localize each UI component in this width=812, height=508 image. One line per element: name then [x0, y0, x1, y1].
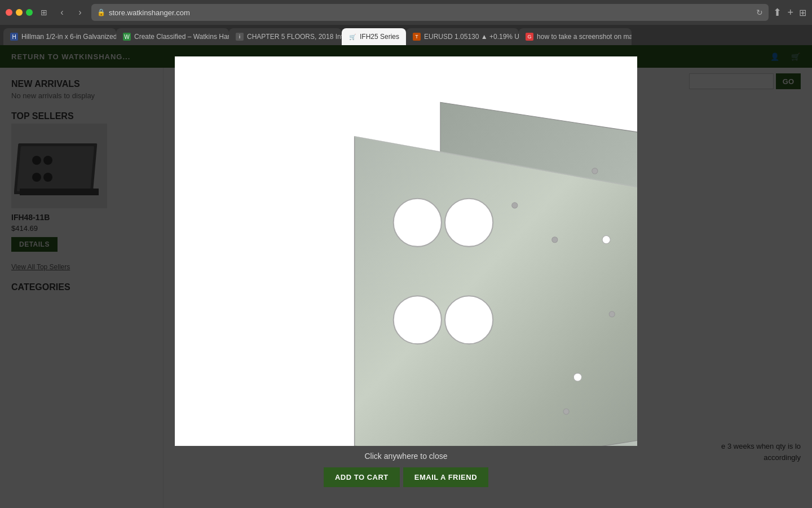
tab-favicon-screenshot: G: [526, 33, 533, 41]
modal-image-box: [175, 56, 637, 446]
email-friend-button[interactable]: EMAIL A FRIEND: [403, 467, 488, 487]
modal-overlay[interactable]: Click anywhere to close ADD TO CART EMAI…: [0, 45, 812, 508]
svg-point-26: [552, 237, 558, 243]
url-text: store.watkinshanger.com: [109, 8, 190, 17]
minimize-window-btn[interactable]: [16, 9, 23, 16]
share-icon[interactable]: ⬆: [773, 6, 782, 19]
tab-classified[interactable]: W Create Classified – Watkins Han...: [116, 28, 229, 45]
tab-favicon-ifh25: 🛒: [348, 33, 356, 41]
tab-label-eurusd: EURUSD 1.05130 ▲ +0.19% Un...: [424, 33, 519, 41]
product-image-large-svg: [175, 56, 637, 446]
forward-btn[interactable]: ›: [73, 6, 87, 19]
tabs-bar: H Hillman 1/2-in x 6-in Galvanized... W …: [0, 25, 812, 45]
add-to-cart-button[interactable]: ADD TO CART: [324, 467, 400, 487]
tab-favicon-hillman: H: [10, 33, 18, 41]
browser-chrome: ⊞ ‹ › 🔒 store.watkinshanger.com ↻ ⬆ + ⊞ …: [0, 0, 812, 45]
tab-favicon-eurusd: T: [413, 33, 421, 41]
reload-btn[interactable]: ↻: [756, 8, 763, 17]
svg-point-11: [445, 199, 493, 247]
browser-actions: ⬆ + ⊞: [773, 6, 806, 19]
back-btn[interactable]: ‹: [55, 6, 69, 19]
svg-marker-8: [355, 137, 637, 446]
svg-point-27: [592, 168, 598, 174]
tab-chapter5[interactable]: i CHAPTER 5 FLOORS, 2018 Inte...: [229, 28, 342, 45]
sidebar-toggle-btn[interactable]: ⊞: [37, 6, 51, 19]
tab-label-hillman: Hillman 1/2-in x 6-in Galvanized...: [21, 33, 116, 41]
svg-point-10: [394, 199, 442, 247]
maximize-window-btn[interactable]: [26, 9, 33, 16]
site-page: RETURN TO WATKINSHANG... 👤 🛒 NEW ARRIVAL…: [0, 45, 812, 508]
tab-label-ifh25: IFH25 Series: [360, 33, 399, 41]
svg-point-12: [394, 296, 442, 344]
browser-toolbar: ⊞ ‹ › 🔒 store.watkinshanger.com ↻ ⬆ + ⊞: [0, 0, 812, 25]
tab-label-classified: Create Classified – Watkins Han...: [134, 33, 229, 41]
extensions-icon[interactable]: ⊞: [799, 7, 806, 18]
tab-label-chapter5: CHAPTER 5 FLOORS, 2018 Inte...: [247, 33, 342, 41]
svg-point-29: [563, 409, 569, 414]
window-controls: [6, 9, 33, 16]
svg-point-25: [512, 203, 518, 208]
tab-eurusd[interactable]: T EURUSD 1.05130 ▲ +0.19% Un...: [406, 28, 519, 45]
svg-point-17: [573, 373, 581, 381]
security-icon: 🔒: [97, 8, 105, 16]
tab-favicon-chapter5: i: [236, 33, 244, 41]
tab-screenshot[interactable]: G how to take a screenshot on ma...: [519, 28, 632, 45]
close-window-btn[interactable]: [6, 9, 12, 16]
modal-buttons: ADD TO CART EMAIL A FRIEND: [324, 467, 488, 487]
svg-point-16: [602, 236, 610, 244]
tab-ifh25[interactable]: 🛒 IFH25 Series: [342, 28, 406, 45]
modal-close-hint: Click anywhere to close: [364, 452, 447, 461]
svg-point-13: [445, 296, 493, 344]
address-bar[interactable]: 🔒 store.watkinshanger.com ↻: [91, 4, 769, 21]
new-tab-icon[interactable]: +: [787, 7, 793, 19]
modal-container: Click anywhere to close ADD TO CART EMAI…: [175, 56, 637, 487]
tab-label-screenshot: how to take a screenshot on ma...: [537, 33, 632, 41]
tab-hillman[interactable]: H Hillman 1/2-in x 6-in Galvanized...: [3, 28, 116, 45]
tab-favicon-classified: W: [123, 33, 131, 41]
svg-point-28: [609, 312, 615, 317]
